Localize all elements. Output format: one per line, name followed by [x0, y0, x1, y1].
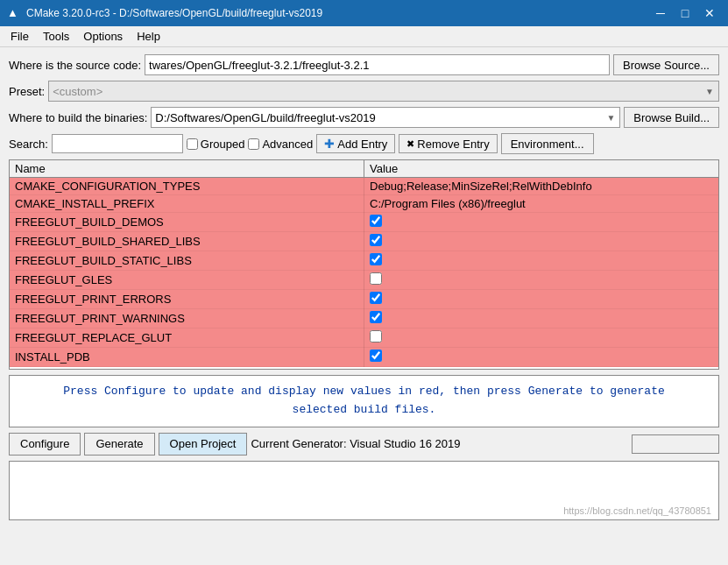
search-row: Search: Grouped Advanced ✚ Add Entry ✖ R…: [9, 133, 719, 154]
add-entry-button[interactable]: ✚ Add Entry: [316, 134, 395, 153]
entry-value[interactable]: [364, 348, 719, 367]
entry-value[interactable]: [364, 328, 719, 348]
entry-checkbox[interactable]: [370, 272, 382, 285]
remove-icon: ✖: [406, 138, 414, 150]
title-bar: ▲ CMake 3.20.0-rc3 - D:/Softwares/OpenGL…: [0, 0, 728, 26]
window-controls: ─ □ ✕: [649, 4, 721, 23]
entry-name: FREEGLUT_GLES: [10, 271, 364, 290]
grouped-label: Grouped: [201, 138, 245, 151]
build-label: Where to build the binaries:: [9, 111, 147, 124]
table-row[interactable]: CMAKE_INSTALL_PREFIXC:/Program Files (x8…: [10, 195, 718, 213]
entry-value[interactable]: [364, 251, 719, 271]
progress-bar: [632, 434, 719, 454]
preset-select-wrapper: [48, 81, 719, 102]
source-label: Where is the source code:: [9, 59, 141, 72]
entry-checkbox[interactable]: [370, 350, 382, 362]
table-row[interactable]: FREEGLUT_PRINT_ERRORS: [10, 290, 718, 309]
entries-table: Name Value CMAKE_CONFIGURATION_TYPESDebu…: [10, 160, 718, 367]
entry-value: C:/Program Files (x86)/freeglut: [364, 195, 719, 213]
search-label: Search:: [9, 138, 48, 151]
table-row[interactable]: FREEGLUT_BUILD_STATIC_LIBS: [10, 251, 718, 271]
entry-checkbox[interactable]: [370, 311, 382, 323]
main-panel: Where is the source code: Browse Source.…: [0, 47, 728, 527]
menu-file[interactable]: File: [4, 28, 36, 45]
menu-bar: File Tools Options Help: [0, 26, 728, 47]
entry-name: INSTALL_PDB: [10, 348, 364, 367]
close-button[interactable]: ✕: [698, 4, 721, 23]
environment-button[interactable]: Environment...: [501, 133, 594, 154]
table-row[interactable]: FREEGLUT_BUILD_DEMOS: [10, 213, 718, 232]
build-input[interactable]: [151, 107, 620, 128]
entry-value: Debug;Release;MinSizeRel;RelWithDebInfo: [364, 178, 719, 195]
search-input[interactable]: [52, 134, 183, 153]
menu-help[interactable]: Help: [130, 28, 167, 45]
title-bar-text: CMake 3.20.0-rc3 - D:/Softwares/OpenGL/b…: [26, 7, 649, 19]
minimize-button[interactable]: ─: [649, 4, 672, 23]
app-icon: ▲: [7, 6, 21, 20]
entry-name: CMAKE_INSTALL_PREFIX: [10, 195, 364, 213]
name-header: Name: [10, 160, 364, 178]
browse-source-button[interactable]: Browse Source...: [613, 54, 719, 75]
entry-name: FREEGLUT_PRINT_WARNINGS: [10, 309, 364, 328]
advanced-checkbox-label[interactable]: Advanced: [248, 138, 313, 151]
watermark: https://blog.csdn.net/qq_43780851: [563, 505, 711, 516]
table-body: CMAKE_CONFIGURATION_TYPESDebug;Release;M…: [10, 178, 718, 367]
generator-text: Current Generator: Visual Studio 16 2019: [251, 437, 628, 450]
remove-entry-button[interactable]: ✖ Remove Entry: [399, 134, 497, 153]
entry-value[interactable]: [364, 271, 719, 290]
entry-name: FREEGLUT_BUILD_DEMOS: [10, 213, 364, 232]
advanced-checkbox[interactable]: [248, 138, 259, 150]
grouped-checkbox-label[interactable]: Grouped: [187, 138, 245, 151]
preset-row: Preset:: [9, 81, 719, 102]
table-row[interactable]: INSTALL_PDB: [10, 348, 718, 367]
entry-checkbox[interactable]: [370, 330, 382, 343]
preset-input[interactable]: [48, 81, 719, 102]
advanced-label: Advanced: [262, 138, 313, 151]
build-select-wrapper: [151, 107, 620, 128]
grouped-checkbox[interactable]: [187, 138, 198, 150]
entry-name: FREEGLUT_PRINT_ERRORS: [10, 290, 364, 309]
entry-value[interactable]: [364, 309, 719, 328]
entry-value[interactable]: [364, 232, 719, 251]
preset-label: Preset:: [9, 85, 45, 98]
entry-checkbox[interactable]: [370, 253, 382, 265]
entry-checkbox[interactable]: [370, 292, 382, 304]
add-icon: ✚: [324, 137, 335, 151]
configure-button[interactable]: Configure: [9, 433, 81, 456]
open-project-button[interactable]: Open Project: [159, 433, 248, 456]
status-message: Press Configure to update and display ne…: [9, 375, 719, 427]
maximize-button[interactable]: □: [674, 4, 696, 23]
entry-name: CMAKE_CONFIGURATION_TYPES: [10, 178, 364, 195]
bottom-bar: Configure Generate Open Project Current …: [9, 433, 719, 456]
menu-options[interactable]: Options: [76, 28, 130, 45]
log-area[interactable]: https://blog.csdn.net/qq_43780851: [9, 461, 719, 520]
source-input[interactable]: [145, 54, 610, 75]
entry-value[interactable]: [364, 290, 719, 309]
browse-build-button[interactable]: Browse Build...: [624, 107, 719, 128]
table-row[interactable]: FREEGLUT_GLES: [10, 271, 718, 290]
table-header: Name Value: [10, 160, 718, 178]
value-header: Value: [364, 160, 719, 178]
entry-checkbox[interactable]: [370, 215, 382, 227]
menu-tools[interactable]: Tools: [36, 28, 76, 45]
table-row[interactable]: CMAKE_CONFIGURATION_TYPESDebug;Release;M…: [10, 178, 718, 195]
table-row[interactable]: FREEGLUT_PRINT_WARNINGS: [10, 309, 718, 328]
table-row[interactable]: FREEGLUT_REPLACE_GLUT: [10, 328, 718, 348]
entry-name: FREEGLUT_REPLACE_GLUT: [10, 328, 364, 348]
entry-name: FREEGLUT_BUILD_STATIC_LIBS: [10, 251, 364, 271]
generate-button[interactable]: Generate: [84, 433, 154, 456]
build-row: Where to build the binaries: Browse Buil…: [9, 107, 719, 128]
entry-checkbox[interactable]: [370, 234, 382, 246]
entry-name: FREEGLUT_BUILD_SHARED_LIBS: [10, 232, 364, 251]
table-row[interactable]: FREEGLUT_BUILD_SHARED_LIBS: [10, 232, 718, 251]
entry-value[interactable]: [364, 213, 719, 232]
source-row: Where is the source code: Browse Source.…: [9, 54, 719, 75]
cmake-table[interactable]: Name Value CMAKE_CONFIGURATION_TYPESDebu…: [9, 159, 719, 370]
